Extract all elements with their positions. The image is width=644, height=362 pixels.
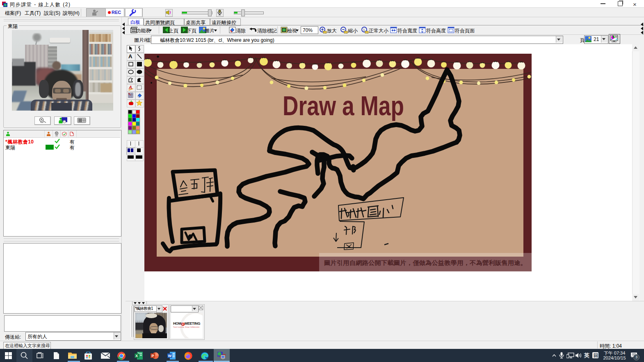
svg-text:圖片引用自網路公開下載圖片，僅做為公益教學用，不為營利販售用: 圖片引用自網路公開下載圖片，僅做為公益教學用，不為營利販售用途。 — [324, 260, 527, 266]
svg-text:1: 1 — [363, 28, 365, 32]
svg-text:W: W — [168, 354, 172, 358]
svg-text:P: P — [152, 354, 154, 358]
svg-text:X: X — [135, 354, 138, 358]
svg-text:Draw a Map: Draw a Map — [283, 90, 404, 121]
svg-text:A: A — [128, 85, 132, 90]
